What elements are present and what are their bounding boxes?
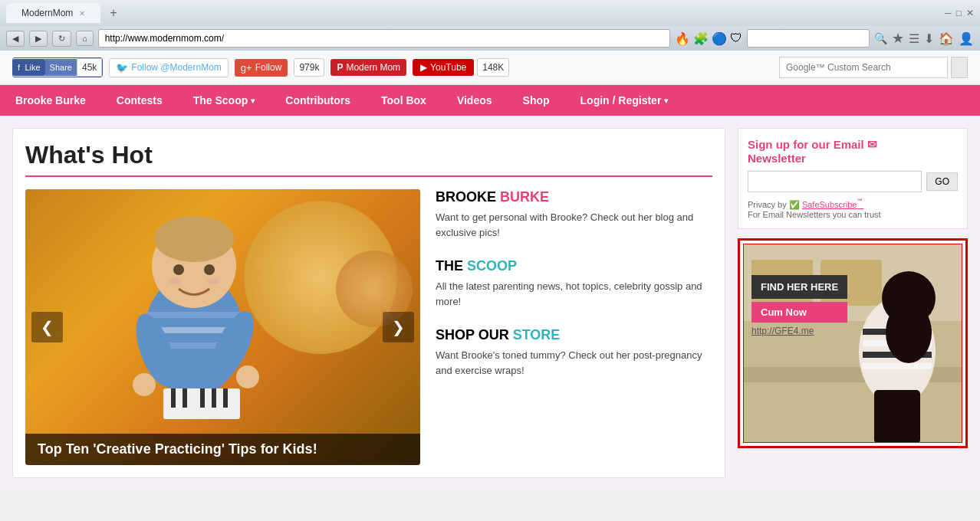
the-scoop-title: THE SCOOP: [436, 258, 712, 274]
email-newsletter-input[interactable]: [748, 171, 922, 192]
nav-shop[interactable]: Shop: [508, 85, 565, 116]
twitter-icon: 🐦: [116, 62, 128, 74]
hero-section: Top Ten 'Creative Practicing' Tips for K…: [25, 189, 712, 465]
the-scoop-desc: All the latest parenting news, hot topic…: [436, 279, 712, 309]
window-minimize[interactable]: ─: [945, 8, 952, 18]
new-tab-button[interactable]: +: [104, 5, 123, 21]
browser-chrome: ModernMom ✕ + ─ □ ✕ ◀ ▶ ↻ ⌂ 🔥 🧩 🔵 🛡 🔍 ★ …: [0, 0, 980, 51]
email-input-row: GO: [748, 171, 958, 192]
hero-next-button[interactable]: ❯: [383, 312, 414, 342]
checkmark-icon: ✅: [789, 200, 800, 209]
browser-toolbar: ◀ ▶ ↻ ⌂ 🔥 🧩 🔵 🛡 🔍 ★ ☰ ⬇ 🏠 👤: [0, 26, 980, 51]
facebook-count: 45k: [77, 58, 102, 77]
child-figure: [87, 189, 301, 434]
youtube-widget: ▶ YouTube 148K: [413, 58, 509, 77]
ad-overlay-text: FIND HER HERE Cum Now http://GFE4.me: [751, 275, 847, 336]
find-her-label: FIND HER HERE: [751, 275, 847, 299]
website: f Like Share 45k 🐦 Follow @ModernMom g+ …: [0, 51, 980, 490]
facebook-share-button[interactable]: Share: [45, 59, 77, 76]
privacy-notice: Privacy by ✅ SafeSubscribe℠: [748, 197, 958, 210]
hero-descriptions: BROOKE BURKE Want to get personal with B…: [436, 189, 712, 465]
download-icon[interactable]: ⬇: [924, 31, 934, 46]
browser-search-input[interactable]: [747, 29, 870, 48]
shop-store-desc: Want Brooke's toned tummy? Check out her…: [436, 348, 712, 378]
google-search-input[interactable]: [779, 57, 948, 78]
svg-rect-11: [171, 388, 176, 408]
svg-point-2: [154, 216, 234, 262]
cum-now-label: Cum Now: [751, 302, 847, 323]
right-sidebar: Sign up for our Email ✉ Newsletter GO Pr…: [738, 128, 968, 478]
svg-point-8: [133, 373, 156, 396]
svg-rect-3: [148, 312, 240, 318]
svg-rect-14: [212, 388, 216, 408]
ad-background-figure: [744, 244, 962, 443]
back-button[interactable]: ◀: [6, 31, 25, 47]
whats-hot-heading: What's Hot: [25, 141, 712, 177]
brooke-highlight: BURKE: [500, 189, 549, 205]
home-nav-icon[interactable]: 🏠: [939, 31, 954, 46]
profile-icon[interactable]: 👤: [959, 31, 974, 46]
tab-close-btn[interactable]: ✕: [79, 9, 85, 18]
svg-point-18: [169, 278, 181, 284]
forward-button[interactable]: ▶: [29, 31, 48, 47]
address-bar[interactable]: [98, 29, 670, 48]
twitter-follow-button[interactable]: 🐦 Follow @ModernMom: [109, 58, 229, 77]
nav-contests[interactable]: Contests: [101, 85, 178, 116]
social-bar: f Like Share 45k 🐦 Follow @ModernMom g+ …: [0, 51, 980, 85]
svg-point-17: [204, 264, 215, 275]
nav-brooke-burke[interactable]: Brooke Burke: [0, 85, 101, 116]
nav-videos[interactable]: Videos: [442, 85, 508, 116]
gplus-follow-button[interactable]: g+ Follow: [235, 59, 288, 77]
svg-point-9: [236, 365, 259, 388]
gplus-icon: g+: [241, 62, 252, 74]
google-search-button[interactable]: [951, 57, 968, 78]
hero-prev-button[interactable]: ❮: [31, 312, 63, 342]
trust-notice: For Email Newsletters you can trust: [748, 210, 958, 219]
nav-toolbox[interactable]: Tool Box: [366, 85, 442, 116]
the-scoop-section: THE SCOOP All the latest parenting news,…: [436, 258, 712, 309]
window-maximize[interactable]: □: [956, 8, 962, 18]
ad-image[interactable]: FIND HER HERE Cum Now http://GFE4.me: [743, 244, 962, 443]
flame-icon: 🔥: [675, 31, 690, 46]
store-highlight: STORE: [513, 327, 561, 342]
nav-scoop-caret: ▾: [251, 97, 255, 105]
svg-rect-33: [874, 390, 920, 443]
svg-point-19: [207, 278, 219, 284]
bookmarks-icon[interactable]: ★: [892, 30, 904, 47]
pinterest-button[interactable]: P Modern Mom: [331, 59, 406, 76]
nav-login-register[interactable]: Login / Register ▾: [565, 85, 684, 116]
nav-login-caret: ▾: [664, 97, 668, 105]
facebook-like-button[interactable]: f Like: [13, 59, 45, 76]
reader-icon[interactable]: ☰: [909, 31, 919, 46]
reload-button[interactable]: ↻: [52, 31, 71, 47]
facebook-widget: f Like Share 45k: [12, 57, 103, 77]
email-signup-title: Sign up for our Email ✉ Newsletter: [748, 138, 958, 165]
home-button[interactable]: ⌂: [76, 31, 94, 46]
svg-rect-13: [200, 388, 205, 408]
tab-label: ModernMom: [21, 8, 73, 18]
window-close[interactable]: ✕: [966, 8, 974, 18]
svg-rect-30: [863, 363, 932, 369]
brooke-burke-desc: Want to get personal with Brooke? Check …: [436, 210, 712, 240]
shop-store-section: SHOP OUR STORE Want Brooke's toned tummy…: [436, 327, 712, 378]
hero-image: [25, 189, 420, 465]
content-area: What's Hot: [12, 128, 725, 478]
brooke-burke-title: BROOKE BURKE: [436, 189, 712, 205]
safe-subscribe-link[interactable]: SafeSubscribe℠: [802, 200, 864, 209]
svg-rect-12: [183, 388, 187, 408]
main-content: What's Hot: [0, 116, 980, 490]
ad-url-link[interactable]: http://GFE4.me: [751, 326, 847, 336]
youtube-count: 148K: [477, 58, 509, 77]
email-go-button[interactable]: GO: [926, 172, 958, 191]
scoop-highlight: SCOOP: [467, 258, 517, 274]
gplus-count: 979k: [294, 58, 324, 77]
nav-contributors[interactable]: Contributors: [270, 85, 366, 116]
svg-rect-15: [223, 388, 228, 408]
browser-search-icon[interactable]: 🔍: [874, 32, 887, 44]
browser-tab[interactable]: ModernMom ✕: [6, 3, 100, 23]
email-signup-widget: Sign up for our Email ✉ Newsletter GO Pr…: [738, 128, 968, 229]
ext-icon3: 🛡: [730, 31, 742, 45]
youtube-button[interactable]: ▶ YouTube: [413, 59, 474, 76]
nav-the-scoop[interactable]: The Scoop ▾: [178, 85, 271, 116]
social-search: [779, 57, 968, 78]
